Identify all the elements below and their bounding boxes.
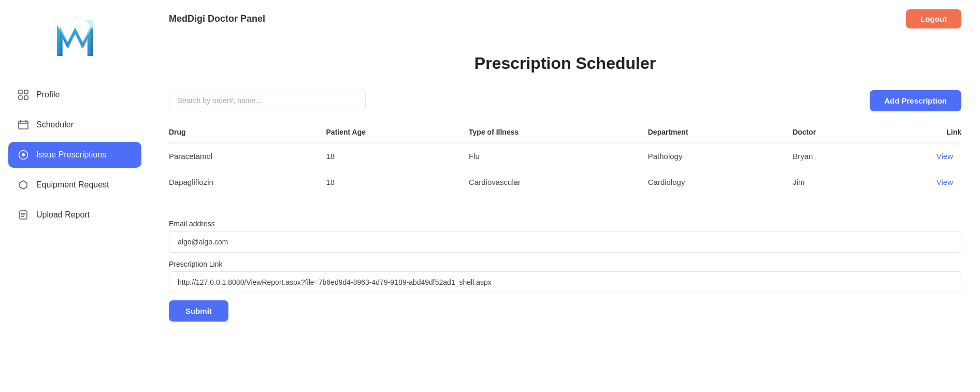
search-add-row: Add Prescription	[169, 90, 961, 111]
svg-marker-1	[60, 26, 91, 56]
sidebar-item-label: Equipment Request	[36, 180, 109, 190]
col-drug: Drug	[169, 122, 326, 143]
issue-prescriptions-icon	[18, 149, 29, 161]
search-input[interactable]	[169, 90, 366, 111]
cell-illness: Flu	[469, 143, 648, 169]
app-title: MedDigi Doctor Panel	[169, 13, 265, 24]
table-body: Paracetamol 18 Flu Pathology Bryan View …	[169, 143, 961, 195]
sidebar: Profile Scheduler Issue Pres	[0, 0, 150, 392]
cell-doctor: Jim	[792, 169, 887, 195]
svg-rect-6	[24, 96, 28, 99]
profile-icon	[18, 89, 29, 100]
cell-doctor: Bryan	[792, 143, 887, 169]
equipment-request-icon	[18, 179, 29, 191]
sidebar-item-label: Profile	[36, 90, 60, 99]
table-row: Dapagliflozin 18 Cardiovascular Cardiolo…	[169, 169, 961, 195]
sidebar-item-issue-prescriptions[interactable]: Issue Prescriptions	[8, 142, 141, 168]
col-patient-age: Patient Age	[326, 122, 469, 143]
scheduler-icon	[18, 119, 29, 130]
content-area: Prescription Scheduler Add Prescription …	[150, 38, 980, 392]
cell-link[interactable]: View	[887, 143, 961, 169]
sidebar-item-label: Scheduler	[36, 120, 74, 129]
svg-rect-3	[19, 90, 22, 94]
col-illness: Type of Illness	[469, 122, 648, 143]
email-label: Email address	[169, 220, 961, 228]
cell-department: Pathology	[648, 143, 792, 169]
submit-button[interactable]: Submit	[169, 300, 228, 322]
sidebar-nav: Profile Scheduler Issue Pres	[0, 71, 150, 238]
cell-link[interactable]: View	[887, 169, 961, 195]
prescription-link-input[interactable]	[169, 271, 961, 293]
email-input[interactable]	[169, 231, 961, 253]
table-row: Paracetamol 18 Flu Pathology Bryan View	[169, 143, 961, 169]
sidebar-item-profile[interactable]: Profile	[8, 82, 141, 108]
cell-drug: Dapagliflozin	[169, 169, 326, 195]
sidebar-item-label: Issue Prescriptions	[36, 150, 106, 159]
sidebar-item-upload-report[interactable]: Upload Report	[8, 202, 141, 228]
logo-icon	[52, 14, 98, 61]
prescription-table: Drug Patient Age Type of Illness Departm…	[169, 122, 961, 195]
add-prescription-button[interactable]: Add Prescription	[870, 90, 961, 111]
sidebar-item-scheduler[interactable]: Scheduler	[8, 112, 141, 138]
page-title: Prescription Scheduler	[169, 54, 961, 73]
svg-point-12	[22, 153, 25, 156]
cell-department: Cardiology	[648, 169, 792, 195]
table-header-row: Drug Patient Age Type of Illness Departm…	[169, 122, 961, 143]
cell-age: 18	[326, 143, 469, 169]
main-content: MedDigi Doctor Panel Logout Prescription…	[150, 0, 980, 392]
cell-age: 18	[326, 169, 469, 195]
col-link: Link	[887, 122, 961, 143]
cell-illness: Cardiovascular	[469, 169, 648, 195]
upload-report-icon	[18, 209, 29, 221]
col-department: Department	[648, 122, 792, 143]
svg-rect-5	[19, 96, 22, 99]
topbar: MedDigi Doctor Panel Logout	[150, 0, 980, 38]
prescription-link-label: Prescription Link	[169, 260, 961, 268]
sidebar-item-equipment-request[interactable]: Equipment Request	[8, 172, 141, 198]
col-doctor: Doctor	[792, 122, 887, 143]
logout-button[interactable]: Logout	[906, 9, 961, 28]
sidebar-item-label: Upload Report	[36, 210, 90, 220]
logo-container	[0, 0, 150, 71]
svg-rect-7	[19, 121, 28, 129]
cell-drug: Paracetamol	[169, 143, 326, 169]
email-link-form: Email address Prescription Link Submit	[169, 210, 961, 322]
svg-rect-4	[24, 90, 28, 94]
